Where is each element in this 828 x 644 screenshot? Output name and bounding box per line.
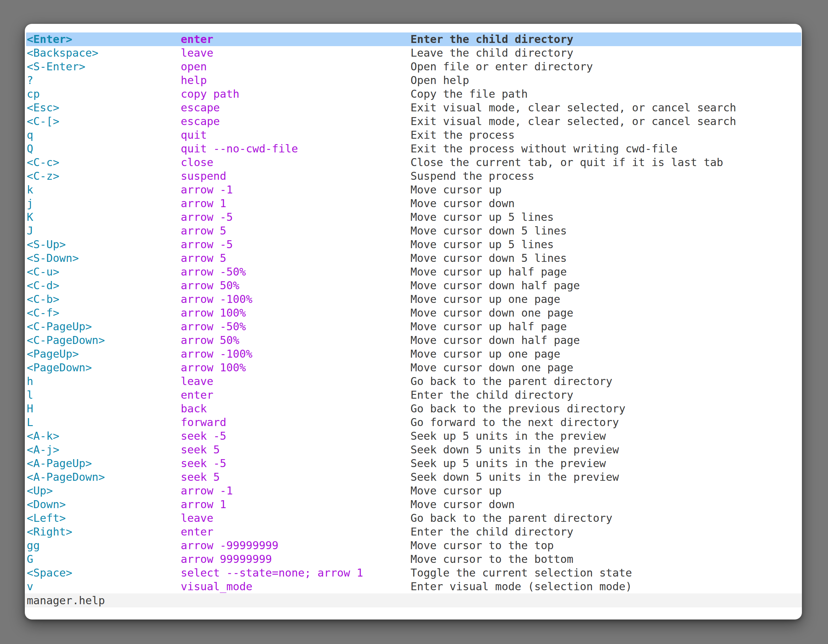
command-cell: escape <box>181 114 411 128</box>
command-cell: arrow -99999999 <box>181 539 411 552</box>
keybind-row[interactable]: j arrow 1 Move cursor down <box>25 197 802 210</box>
keybind-row[interactable]: <C-d> arrow 50% Move cursor down half pa… <box>25 279 802 292</box>
key-cell: <A-PageUp> <box>27 457 181 470</box>
command-cell: visual_mode <box>181 580 411 594</box>
description-cell: Exit the process without writing cwd-fil… <box>411 142 802 155</box>
description-cell: Enter visual mode (selection mode) <box>411 580 802 594</box>
description-cell: Enter the child directory <box>411 33 801 46</box>
keybind-row[interactable]: <A-PageUp> seek -5 Seek up 5 units in th… <box>25 457 802 470</box>
key-cell: K <box>27 210 181 224</box>
keybind-row[interactable]: <Backspace> leave Leave the child direct… <box>25 46 802 60</box>
description-cell: Seek down 5 units in the preview <box>411 443 802 457</box>
keybind-row[interactable]: <Down> arrow 1 Move cursor down <box>25 498 802 511</box>
keybind-row[interactable]: k arrow -1 Move cursor up <box>25 183 802 197</box>
description-cell: Move cursor to the top <box>411 539 802 552</box>
description-cell: Exit visual mode, clear selected, or can… <box>411 114 802 128</box>
key-cell: <S-Up> <box>27 238 181 251</box>
keybind-row[interactable]: G arrow 99999999 Move cursor to the bott… <box>25 552 802 566</box>
description-cell: Move cursor up <box>411 183 802 197</box>
description-cell: Open file or enter directory <box>411 60 802 74</box>
keybind-row[interactable]: Q quit --no-cwd-file Exit the process wi… <box>25 142 802 155</box>
key-cell: <C-PageDown> <box>27 334 181 347</box>
description-cell: Move cursor up half page <box>411 320 802 334</box>
keybind-row[interactable]: <Up> arrow -1 Move cursor up <box>25 484 802 498</box>
keybind-row[interactable]: K arrow -5 Move cursor up 5 lines <box>25 210 802 224</box>
keybind-row[interactable]: <C-PageUp> arrow -50% Move cursor up hal… <box>25 320 802 334</box>
description-cell: Move cursor down one page <box>411 306 802 320</box>
key-cell: <Down> <box>27 498 181 511</box>
key-cell: <Esc> <box>27 101 181 114</box>
keybind-row[interactable]: <C-PageDown> arrow 50% Move cursor down … <box>25 334 802 347</box>
command-cell: leave <box>181 46 411 60</box>
command-cell: arrow 5 <box>181 251 411 265</box>
description-cell: Move cursor up half page <box>411 265 802 279</box>
command-cell: open <box>181 60 411 74</box>
command-cell: back <box>181 402 411 415</box>
command-cell: enter <box>181 33 411 46</box>
description-cell: Seek down 5 units in the preview <box>411 470 802 484</box>
description-cell: Move cursor up <box>411 484 802 498</box>
keybind-row[interactable]: <C-u> arrow -50% Move cursor up half pag… <box>25 265 802 279</box>
keybind-row[interactable]: <PageDown> arrow 100% Move cursor down o… <box>25 361 802 374</box>
keybind-row[interactable]: <C-c> close Close the current tab, or qu… <box>25 155 802 169</box>
key-cell: k <box>27 183 181 197</box>
command-cell: enter <box>181 525 411 539</box>
keybind-row[interactable]: <S-Enter> open Open file or enter direct… <box>25 60 802 74</box>
description-cell: Seek up 5 units in the preview <box>411 457 802 470</box>
keybind-row[interactable]: l enter Enter the child directory <box>25 388 802 402</box>
description-cell: Enter the child directory <box>411 388 802 402</box>
command-cell: help <box>181 74 411 87</box>
command-cell: select --state=none; arrow 1 <box>181 566 411 580</box>
command-cell: arrow 100% <box>181 306 411 320</box>
keybind-row[interactable]: v visual_mode Enter visual mode (selecti… <box>25 580 802 594</box>
keybind-row[interactable]: <PageUp> arrow -100% Move cursor up one … <box>25 347 802 361</box>
keybind-row[interactable]: ? help Open help <box>25 74 802 87</box>
description-cell: Move cursor down <box>411 498 802 511</box>
keybind-row[interactable]: H back Go back to the previous directory <box>25 402 802 415</box>
keybind-row[interactable]: <Enter> enter Enter the child directory <box>26 33 801 46</box>
keybind-row[interactable]: <S-Down> arrow 5 Move cursor down 5 line… <box>25 251 802 265</box>
command-cell: arrow -1 <box>181 484 411 498</box>
keybind-row[interactable]: <Left> leave Go back to the parent direc… <box>25 511 802 525</box>
key-cell: <Right> <box>27 525 181 539</box>
keybind-row[interactable]: <C-b> arrow -100% Move cursor up one pag… <box>25 292 802 306</box>
keybind-row[interactable]: <A-k> seek -5 Seek up 5 units in the pre… <box>25 429 802 443</box>
keybind-row[interactable]: L forward Go forward to the next directo… <box>25 415 802 429</box>
keybind-row[interactable]: <Right> enter Enter the child directory <box>25 525 802 539</box>
key-cell: <C-c> <box>27 155 181 169</box>
key-cell: H <box>27 402 181 415</box>
command-cell: arrow 1 <box>181 197 411 210</box>
keybind-row[interactable]: <S-Up> arrow -5 Move cursor up 5 lines <box>25 238 802 251</box>
key-cell: L <box>27 415 181 429</box>
key-cell: <C-[> <box>27 114 181 128</box>
keybind-row[interactable]: q quit Exit the process <box>25 128 802 142</box>
keybind-row[interactable]: <C-z> suspend Suspend the process <box>25 169 802 183</box>
keybind-row[interactable]: <C-f> arrow 100% Move cursor down one pa… <box>25 306 802 320</box>
key-cell: <PageDown> <box>27 361 181 374</box>
keybind-row[interactable]: <C-[> escape Exit visual mode, clear sel… <box>25 114 802 128</box>
keybind-row[interactable]: cp copy path Copy the file path <box>25 87 802 101</box>
keybind-row[interactable]: gg arrow -99999999 Move cursor to the to… <box>25 539 802 552</box>
command-cell: arrow 50% <box>181 334 411 347</box>
description-cell: Go back to the parent directory <box>411 374 802 388</box>
keybind-row[interactable]: h leave Go back to the parent directory <box>25 374 802 388</box>
command-cell: suspend <box>181 169 411 183</box>
command-cell: quit <box>181 128 411 142</box>
keybind-row[interactable]: <A-PageDown> seek 5 Seek down 5 units in… <box>25 470 802 484</box>
command-cell: leave <box>181 374 411 388</box>
keybind-row[interactable]: J arrow 5 Move cursor down 5 lines <box>25 224 802 238</box>
keybind-row[interactable]: <A-j> seek 5 Seek down 5 units in the pr… <box>25 443 802 457</box>
key-cell: <C-PageUp> <box>27 320 181 334</box>
command-cell: copy path <box>181 87 411 101</box>
key-cell: <S-Enter> <box>27 60 181 74</box>
key-cell: <A-k> <box>27 429 181 443</box>
status-bar: manager.help <box>25 594 802 607</box>
command-cell: escape <box>181 101 411 114</box>
key-cell: j <box>27 197 181 210</box>
help-window: <Enter> enter Enter the child directory … <box>25 24 802 619</box>
key-cell: <Backspace> <box>27 46 181 60</box>
key-cell: <C-u> <box>27 265 181 279</box>
command-cell: forward <box>181 415 411 429</box>
keybind-row[interactable]: <Space> select --state=none; arrow 1 Tog… <box>25 566 802 580</box>
keybind-row[interactable]: <Esc> escape Exit visual mode, clear sel… <box>25 101 802 114</box>
